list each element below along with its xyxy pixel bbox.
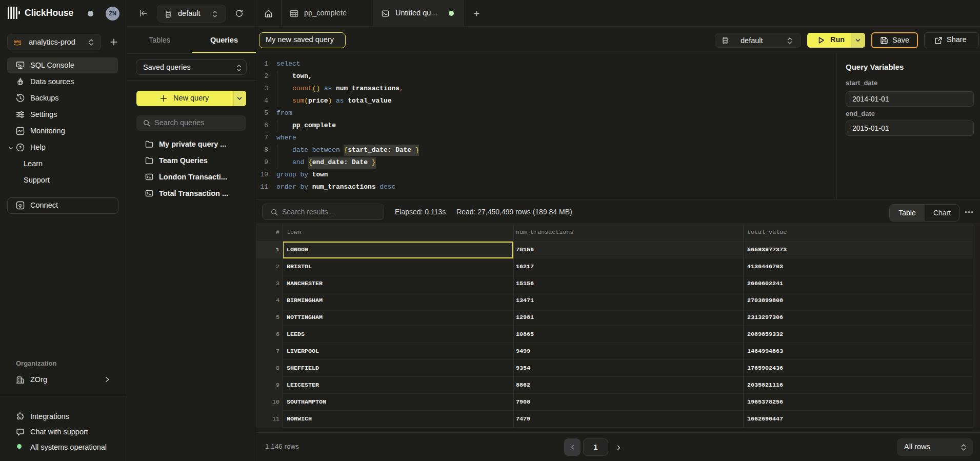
svg-text:aws: aws (14, 39, 22, 44)
svg-text:?: ? (19, 145, 22, 150)
